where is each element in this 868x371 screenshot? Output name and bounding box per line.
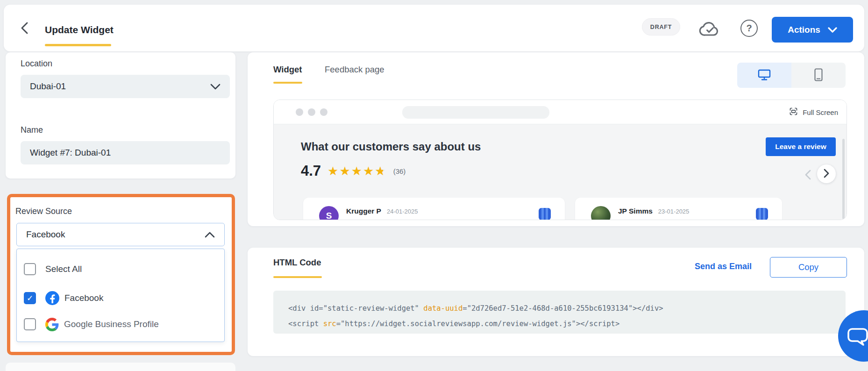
option-select-all[interactable]: Select All bbox=[24, 259, 220, 279]
desktop-view-button[interactable] bbox=[737, 63, 791, 88]
option-label: Google Business Profile bbox=[64, 319, 159, 329]
option-label: Facebook bbox=[64, 293, 103, 303]
source-checkbox-2[interactable] bbox=[24, 318, 36, 330]
browser-dot bbox=[308, 108, 315, 116]
carousel-prev-button[interactable] bbox=[801, 167, 815, 183]
chevron-down-icon bbox=[828, 25, 837, 35]
tab-widget[interactable]: Widget bbox=[273, 64, 302, 75]
facebook-icon bbox=[45, 291, 59, 305]
desktop-icon bbox=[757, 68, 771, 83]
star-icon: ★ bbox=[363, 165, 375, 177]
review-date: 23-01-2025 bbox=[658, 208, 690, 215]
chevron-left-icon bbox=[20, 29, 30, 36]
chevron-up-icon bbox=[205, 232, 215, 238]
google-icon bbox=[45, 318, 59, 331]
review-source-section: Review Source Facebook Select All Facebo… bbox=[7, 194, 235, 355]
source-checkbox-1[interactable] bbox=[24, 292, 36, 304]
preview-panel: Widget Feedback page Full Screen bbox=[248, 52, 864, 226]
review-date: 24-01-2025 bbox=[387, 208, 418, 215]
star-icon: ★ bbox=[327, 165, 339, 177]
actions-label: Actions bbox=[788, 25, 820, 35]
name-label: Name bbox=[21, 125, 43, 135]
chevron-left-icon bbox=[804, 175, 811, 182]
name-input[interactable]: Widget #7: Dubai-01 bbox=[21, 141, 230, 164]
widget-preview-frame: Full Screen What our customers say about… bbox=[273, 100, 847, 220]
star-icon-partial: ★★ bbox=[375, 165, 386, 177]
html-code-underline bbox=[273, 276, 322, 278]
help-button[interactable]: ? bbox=[740, 20, 758, 37]
browser-dot bbox=[296, 108, 303, 116]
facebook-source-icon bbox=[539, 208, 551, 220]
review-count: (36) bbox=[393, 167, 406, 175]
widget-settings-panel: Location Dubai-01 Name Widget #7: Dubai-… bbox=[6, 52, 235, 178]
copy-button[interactable]: Copy bbox=[770, 257, 847, 278]
widget-heading: What our customers say about us bbox=[301, 140, 481, 153]
review-source-dropdown: Select All Facebook Google Business Prof… bbox=[16, 249, 225, 342]
option-google-business-profile[interactable]: Google Business Profile bbox=[24, 314, 220, 335]
address-bar-placeholder bbox=[402, 106, 549, 119]
device-toggle bbox=[737, 63, 846, 88]
widget-preview-body: What our customers say about us Leave a … bbox=[274, 124, 847, 220]
preview-scrollbar[interactable] bbox=[842, 139, 845, 219]
html-code-panel: HTML Code Send as Email Copy <div id="st… bbox=[248, 248, 864, 356]
header-bar: Update Widget DRAFT ? Actions bbox=[4, 5, 864, 51]
star-icon: ★ bbox=[351, 165, 363, 177]
avatar: S bbox=[319, 206, 339, 220]
avatar-photo bbox=[591, 206, 611, 220]
star-fill-partial: ★ bbox=[375, 165, 383, 177]
star-icon: ★ bbox=[339, 165, 351, 177]
page-title: Update Widget bbox=[45, 24, 114, 36]
location-select[interactable]: Dubai-01 bbox=[21, 75, 230, 98]
chevron-right-icon bbox=[823, 169, 830, 179]
review-source-label: Review Source bbox=[15, 207, 72, 216]
rating-summary: 4.7 ★★★★★★ (36) bbox=[301, 163, 406, 179]
full-screen-button[interactable]: Full Screen bbox=[789, 106, 838, 118]
question-mark-icon: ? bbox=[746, 23, 752, 34]
star-rating: ★★★★★★ bbox=[327, 165, 387, 177]
chevron-down-icon bbox=[210, 84, 221, 90]
browser-chrome-bar: Full Screen bbox=[274, 100, 847, 124]
status-badge: DRAFT bbox=[642, 18, 680, 36]
rating-value: 4.7 bbox=[301, 163, 321, 179]
option-facebook[interactable]: Facebook bbox=[24, 288, 220, 308]
cloud-saved-icon bbox=[698, 19, 721, 41]
review-card: JP Simms 23-01-2025 bbox=[575, 198, 782, 220]
code-line: <script src="https://widget.socialreview… bbox=[288, 320, 619, 328]
location-value: Dubai-01 bbox=[30, 81, 66, 92]
actions-button[interactable]: Actions bbox=[772, 17, 853, 43]
mobile-view-button[interactable] bbox=[791, 63, 846, 88]
browser-dot bbox=[320, 108, 327, 116]
title-underline bbox=[45, 44, 111, 46]
leave-a-review-button[interactable]: Leave a review bbox=[766, 137, 836, 156]
next-section-edge bbox=[6, 363, 235, 371]
send-as-email-link[interactable]: Send as Email bbox=[695, 262, 752, 271]
option-label: Select All bbox=[45, 264, 82, 274]
reviewer-name: JP Simms bbox=[618, 207, 653, 215]
html-code-title: HTML Code bbox=[273, 257, 321, 268]
mobile-icon bbox=[813, 68, 824, 83]
review-source-value: Facebook bbox=[26, 229, 65, 240]
tab-feedback-page[interactable]: Feedback page bbox=[325, 64, 384, 75]
back-button[interactable] bbox=[16, 20, 34, 37]
active-tab-underline bbox=[273, 82, 302, 84]
reviewer-name: Krugger P bbox=[346, 207, 381, 215]
full-screen-label: Full Screen bbox=[803, 108, 838, 116]
location-label: Location bbox=[21, 59, 52, 69]
review-source-select[interactable]: Facebook bbox=[16, 223, 225, 246]
carousel-next-button[interactable] bbox=[817, 164, 836, 183]
embed-code-block[interactable]: <div id="static-review-widget" data-uuid… bbox=[273, 291, 846, 334]
review-card: S Krugger P 24-01-2025 bbox=[303, 198, 565, 220]
source-checkbox-0[interactable] bbox=[24, 263, 36, 275]
full-screen-icon bbox=[789, 107, 798, 118]
facebook-source-icon bbox=[756, 208, 768, 220]
code-line: <div id="static-review-widget" data-uuid… bbox=[288, 304, 663, 313]
name-value: Widget #7: Dubai-01 bbox=[30, 148, 111, 158]
